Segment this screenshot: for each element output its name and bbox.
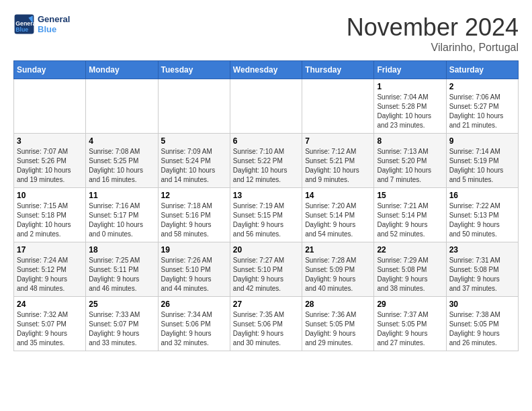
day-info: Sunrise: 7:14 AM Sunset: 5:19 PM Dayligh…	[449, 147, 515, 185]
calendar-cell	[86, 79, 158, 134]
day-number: 22	[377, 245, 443, 255]
month-title: November 2024	[347, 13, 519, 42]
calendar-cell: 13Sunrise: 7:19 AM Sunset: 5:15 PM Dayli…	[230, 188, 302, 242]
day-info: Sunrise: 7:28 AM Sunset: 5:09 PM Dayligh…	[305, 256, 371, 293]
calendar-cell: 20Sunrise: 7:27 AM Sunset: 5:10 PM Dayli…	[230, 242, 302, 297]
day-info: Sunrise: 7:36 AM Sunset: 5:05 PM Dayligh…	[305, 310, 371, 348]
day-info: Sunrise: 7:31 AM Sunset: 5:08 PM Dayligh…	[449, 256, 515, 293]
day-number: 8	[377, 136, 443, 146]
calendar-cell: 12Sunrise: 7:18 AM Sunset: 5:16 PM Dayli…	[158, 188, 230, 242]
day-info: Sunrise: 7:18 AM Sunset: 5:16 PM Dayligh…	[161, 201, 227, 239]
day-number: 2	[449, 82, 515, 91]
day-number: 9	[449, 136, 515, 146]
day-number: 3	[17, 136, 83, 146]
calendar-cell: 2Sunrise: 7:06 AM Sunset: 5:27 PM Daylig…	[446, 79, 518, 134]
day-info: Sunrise: 7:24 AM Sunset: 5:12 PM Dayligh…	[17, 256, 83, 293]
calendar-cell: 8Sunrise: 7:13 AM Sunset: 5:20 PM Daylig…	[374, 134, 446, 188]
day-info: Sunrise: 7:34 AM Sunset: 5:06 PM Dayligh…	[161, 310, 227, 348]
day-number: 4	[89, 136, 154, 146]
calendar-cell: 24Sunrise: 7:32 AM Sunset: 5:07 PM Dayli…	[14, 297, 86, 351]
logo-icon: General Blue	[13, 13, 35, 35]
calendar-cell: 16Sunrise: 7:22 AM Sunset: 5:13 PM Dayli…	[446, 188, 518, 242]
calendar-cell: 21Sunrise: 7:28 AM Sunset: 5:09 PM Dayli…	[302, 242, 374, 297]
calendar-cell: 28Sunrise: 7:36 AM Sunset: 5:05 PM Dayli…	[302, 297, 374, 351]
day-info: Sunrise: 7:35 AM Sunset: 5:06 PM Dayligh…	[233, 310, 299, 348]
calendar-cell	[230, 79, 302, 134]
calendar-cell: 22Sunrise: 7:29 AM Sunset: 5:08 PM Dayli…	[374, 242, 446, 297]
day-number: 27	[233, 300, 299, 309]
calendar-cell: 6Sunrise: 7:10 AM Sunset: 5:22 PM Daylig…	[230, 134, 302, 188]
day-info: Sunrise: 7:32 AM Sunset: 5:07 PM Dayligh…	[17, 310, 83, 348]
calendar-cell: 29Sunrise: 7:37 AM Sunset: 5:05 PM Dayli…	[374, 297, 446, 351]
day-info: Sunrise: 7:27 AM Sunset: 5:10 PM Dayligh…	[233, 256, 299, 293]
calendar-cell: 11Sunrise: 7:16 AM Sunset: 5:17 PM Dayli…	[86, 188, 158, 242]
day-info: Sunrise: 7:38 AM Sunset: 5:05 PM Dayligh…	[449, 310, 515, 348]
calendar-cell: 5Sunrise: 7:09 AM Sunset: 5:24 PM Daylig…	[158, 134, 230, 188]
day-number: 6	[233, 136, 299, 146]
calendar-cell: 4Sunrise: 7:08 AM Sunset: 5:25 PM Daylig…	[86, 134, 158, 188]
calendar-cell: 1Sunrise: 7:04 AM Sunset: 5:28 PM Daylig…	[374, 79, 446, 134]
day-number: 11	[89, 191, 154, 200]
day-info: Sunrise: 7:16 AM Sunset: 5:17 PM Dayligh…	[89, 201, 154, 239]
day-number: 23	[449, 245, 515, 255]
calendar-cell	[158, 79, 230, 134]
day-number: 17	[17, 245, 83, 255]
logo-general: General	[38, 14, 70, 24]
day-number: 20	[233, 245, 299, 255]
weekday-header-sunday: Sunday	[14, 61, 86, 79]
day-number: 5	[161, 136, 227, 146]
day-info: Sunrise: 7:08 AM Sunset: 5:25 PM Dayligh…	[89, 147, 154, 185]
calendar-cell	[302, 79, 374, 134]
calendar-cell: 7Sunrise: 7:12 AM Sunset: 5:21 PM Daylig…	[302, 134, 374, 188]
day-info: Sunrise: 7:04 AM Sunset: 5:28 PM Dayligh…	[377, 93, 443, 130]
day-number: 1	[377, 82, 443, 91]
day-info: Sunrise: 7:09 AM Sunset: 5:24 PM Dayligh…	[161, 147, 227, 185]
day-info: Sunrise: 7:19 AM Sunset: 5:15 PM Dayligh…	[233, 201, 299, 239]
day-info: Sunrise: 7:37 AM Sunset: 5:05 PM Dayligh…	[377, 310, 443, 348]
day-number: 15	[377, 191, 443, 200]
day-number: 18	[89, 245, 154, 255]
calendar-cell: 18Sunrise: 7:25 AM Sunset: 5:11 PM Dayli…	[86, 242, 158, 297]
day-number: 10	[17, 191, 83, 200]
day-number: 19	[161, 245, 227, 255]
day-number: 25	[89, 300, 154, 309]
weekday-header-wednesday: Wednesday	[230, 61, 302, 79]
calendar-week-5: 24Sunrise: 7:32 AM Sunset: 5:07 PM Dayli…	[14, 297, 519, 351]
calendar-cell: 15Sunrise: 7:21 AM Sunset: 5:14 PM Dayli…	[374, 188, 446, 242]
day-number: 26	[161, 300, 227, 309]
location: Vilarinho, Portugal	[347, 42, 519, 54]
day-info: Sunrise: 7:07 AM Sunset: 5:26 PM Dayligh…	[17, 147, 83, 185]
calendar-week-3: 10Sunrise: 7:15 AM Sunset: 5:18 PM Dayli…	[14, 188, 519, 242]
calendar-cell: 26Sunrise: 7:34 AM Sunset: 5:06 PM Dayli…	[158, 297, 230, 351]
day-number: 21	[305, 245, 371, 255]
day-info: Sunrise: 7:25 AM Sunset: 5:11 PM Dayligh…	[89, 256, 154, 293]
day-info: Sunrise: 7:33 AM Sunset: 5:07 PM Dayligh…	[89, 310, 154, 348]
day-info: Sunrise: 7:20 AM Sunset: 5:14 PM Dayligh…	[305, 201, 371, 239]
weekday-header-thursday: Thursday	[302, 61, 374, 79]
calendar-cell: 17Sunrise: 7:24 AM Sunset: 5:12 PM Dayli…	[14, 242, 86, 297]
day-number: 29	[377, 300, 443, 309]
calendar-cell: 9Sunrise: 7:14 AM Sunset: 5:19 PM Daylig…	[446, 134, 518, 188]
day-info: Sunrise: 7:21 AM Sunset: 5:14 PM Dayligh…	[377, 201, 443, 239]
calendar-cell: 3Sunrise: 7:07 AM Sunset: 5:26 PM Daylig…	[14, 134, 86, 188]
day-info: Sunrise: 7:12 AM Sunset: 5:21 PM Dayligh…	[305, 147, 371, 185]
day-number: 16	[449, 191, 515, 200]
day-info: Sunrise: 7:06 AM Sunset: 5:27 PM Dayligh…	[449, 93, 515, 130]
day-info: Sunrise: 7:29 AM Sunset: 5:08 PM Dayligh…	[377, 256, 443, 293]
calendar-cell: 19Sunrise: 7:26 AM Sunset: 5:10 PM Dayli…	[158, 242, 230, 297]
title-area: November 2024 Vilarinho, Portugal	[347, 13, 519, 54]
day-number: 28	[305, 300, 371, 309]
day-info: Sunrise: 7:13 AM Sunset: 5:20 PM Dayligh…	[377, 147, 443, 185]
day-number: 14	[305, 191, 371, 200]
calendar-week-4: 17Sunrise: 7:24 AM Sunset: 5:12 PM Dayli…	[14, 242, 519, 297]
calendar-cell: 14Sunrise: 7:20 AM Sunset: 5:14 PM Dayli…	[302, 188, 374, 242]
weekday-header-monday: Monday	[86, 61, 158, 79]
weekday-header-saturday: Saturday	[446, 61, 518, 79]
day-number: 12	[161, 191, 227, 200]
calendar-cell: 30Sunrise: 7:38 AM Sunset: 5:05 PM Dayli…	[446, 297, 518, 351]
day-number: 30	[449, 300, 515, 309]
day-info: Sunrise: 7:15 AM Sunset: 5:18 PM Dayligh…	[17, 201, 83, 239]
weekday-header-tuesday: Tuesday	[158, 61, 230, 79]
calendar-cell: 25Sunrise: 7:33 AM Sunset: 5:07 PM Dayli…	[86, 297, 158, 351]
svg-text:Blue: Blue	[15, 26, 28, 33]
